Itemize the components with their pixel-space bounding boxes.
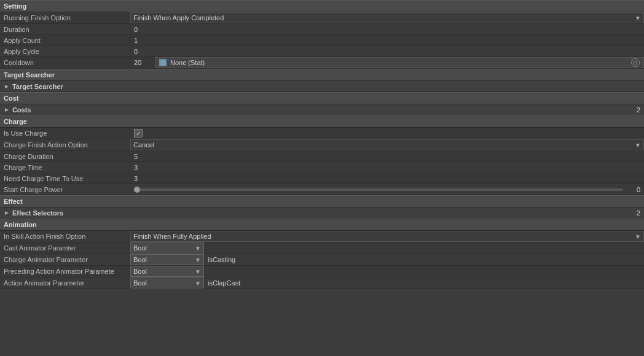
duration-label: Duration (0, 25, 130, 34)
in-skill-action-finish-row: In Skill Action Finish Option Finish Whe… (0, 231, 644, 242)
charge-finish-action-dropdown[interactable]: Cancel ▼ (130, 139, 644, 150)
need-charge-time-label: Need Charge Time To Use (0, 174, 130, 184)
charge-finish-action-option-row: Charge Finish Action Option Cancel ▼ (0, 139, 644, 151)
cooldown-stat-container: □ None (Stat) ⊙ (155, 57, 644, 68)
charge-section-header: Charge (0, 115, 644, 128)
running-finish-option-value[interactable]: Finish When Apply Completed ▼ (130, 12, 644, 23)
action-animator-type-dropdown[interactable]: Bool ▼ (130, 277, 204, 288)
effect-count: 2 (637, 209, 640, 217)
slider-thumb[interactable] (134, 187, 140, 193)
target-searcher-section-header: Target Searcher (0, 69, 644, 81)
running-finish-option-dropdown[interactable]: Finish When Apply Completed ▼ (130, 12, 644, 23)
preceding-action-animator-value[interactable]: Bool ▼ (130, 266, 644, 277)
charge-finish-action-option-label: Charge Finish Action Option (0, 140, 130, 150)
is-use-charge-checkbox[interactable]: ✓ (134, 129, 143, 137)
in-skill-action-dropdown[interactable]: Finish When Fully Applied ▼ (130, 231, 644, 242)
action-animator-type-arrow: ▼ (195, 280, 201, 287)
running-finish-option-arrow: ▼ (635, 15, 641, 21)
charge-time-row: Charge Time 3 (0, 162, 644, 173)
is-use-charge-value[interactable]: ✓ (130, 128, 644, 139)
preceding-action-type-dropdown[interactable]: Bool ▼ (130, 266, 204, 277)
charge-finish-action-option-value[interactable]: Cancel ▼ (130, 139, 644, 150)
duration-row: Duration 0 (0, 24, 644, 35)
apply-cycle-label: Apply Cycle (0, 47, 130, 56)
duration-value: 0 (130, 25, 644, 34)
effect-selectors-collapsible[interactable]: ► Effect Selectors 2 (0, 207, 644, 219)
effect-arrow: ► (4, 209, 10, 216)
start-charge-power-row: Start Charge Power 0 (0, 184, 644, 195)
cooldown-circle-btn[interactable]: ⊙ (631, 58, 640, 67)
target-searcher-collapsible[interactable]: ► Target Searcher (0, 81, 644, 92)
start-charge-power-label: Start Charge Power (0, 185, 130, 195)
start-charge-power-value[interactable]: 0 (130, 185, 644, 195)
apply-cycle-value: 0 (130, 47, 644, 56)
cost-section-header: Cost (0, 92, 644, 104)
animation-section-header: Animation (0, 219, 644, 231)
charge-duration-label: Charge Duration (0, 152, 130, 161)
preceding-action-animator-row: Preceding Action Animator Paramete Bool … (0, 266, 644, 277)
target-searcher-collapsible-label: Target Searcher (12, 83, 63, 90)
action-animator-param-value[interactable]: Bool ▼ isClapCast (130, 277, 644, 288)
charge-time-value: 3 (130, 163, 644, 172)
costs-count: 2 (637, 106, 640, 114)
charge-animator-param-row: Charge Animator Parameter Bool ▼ isCasti… (0, 254, 644, 266)
is-use-charge-label: Is Use Charge (0, 128, 130, 138)
charge-time-label: Charge Time (0, 163, 130, 172)
target-searcher-arrow: ► (4, 83, 10, 90)
in-skill-action-arrow: ▼ (635, 233, 641, 240)
cast-animator-type-dropdown[interactable]: Bool ▼ (130, 242, 204, 253)
cooldown-row: Cooldown 20 □ None (Stat) ⊙ (0, 57, 644, 69)
charge-finish-action-arrow: ▼ (635, 142, 641, 149)
costs-collapsible[interactable]: ► Costs 2 (0, 104, 644, 115)
apply-count-row: Apply Count 1 (0, 35, 644, 46)
running-finish-option-row: Running Finish Option Finish When Apply … (0, 12, 644, 24)
need-charge-time-value: 3 (130, 174, 644, 184)
costs-collapsible-label: Costs (12, 106, 31, 114)
preceding-action-animator-label: Preceding Action Animator Paramete (0, 266, 130, 276)
effect-collapsible-label: Effect Selectors (12, 209, 63, 217)
stat-icon: □ (159, 59, 167, 66)
cast-animator-param-value[interactable]: Bool ▼ (130, 242, 644, 253)
running-finish-option-label: Running Finish Option (0, 13, 130, 23)
charge-animator-type-arrow: ▼ (195, 257, 201, 263)
setting-section-header: Setting (0, 0, 644, 12)
preceding-action-type-arrow: ▼ (195, 268, 201, 275)
cast-animator-param-row: Cast Animator Paramter Bool ▼ (0, 242, 644, 254)
action-animator-param-row: Action Animator Parameter Bool ▼ isClapC… (0, 277, 644, 289)
cooldown-label: Cooldown (0, 58, 130, 68)
in-skill-action-finish-label: In Skill Action Finish Option (0, 231, 130, 241)
action-animator-param-label: Action Animator Parameter (0, 278, 130, 288)
effect-section-header: Effect (0, 195, 644, 207)
charge-duration-row: Charge Duration 5 (0, 151, 644, 162)
is-use-charge-row: Is Use Charge ✓ (0, 128, 644, 139)
charge-animator-name-value: isCasting (204, 255, 239, 265)
cooldown-stat-label: None (Stat) (170, 59, 205, 66)
cast-animator-param-label: Cast Animator Paramter (0, 243, 130, 253)
charge-duration-value: 5 (130, 152, 644, 161)
charge-animator-type-dropdown[interactable]: Bool ▼ (130, 254, 204, 265)
action-animator-name-value: isClapCast (204, 278, 244, 288)
need-charge-time-row: Need Charge Time To Use 3 (0, 173, 644, 184)
cast-animator-type-arrow: ▼ (195, 245, 201, 252)
apply-count-value: 1 (130, 36, 644, 45)
apply-count-label: Apply Count (0, 36, 130, 45)
cooldown-value-container: 20 □ None (Stat) ⊙ (130, 57, 644, 68)
in-skill-action-finish-value[interactable]: Finish When Fully Applied ▼ (130, 231, 644, 242)
charge-animator-param-value[interactable]: Bool ▼ isCasting (130, 254, 644, 265)
slider-value: 0 (628, 186, 640, 193)
slider-track (134, 188, 623, 191)
apply-cycle-row: Apply Cycle 0 (0, 46, 644, 57)
costs-arrow: ► (4, 106, 10, 113)
cooldown-number: 20 (130, 58, 155, 68)
charge-animator-param-label: Charge Animator Parameter (0, 255, 130, 265)
